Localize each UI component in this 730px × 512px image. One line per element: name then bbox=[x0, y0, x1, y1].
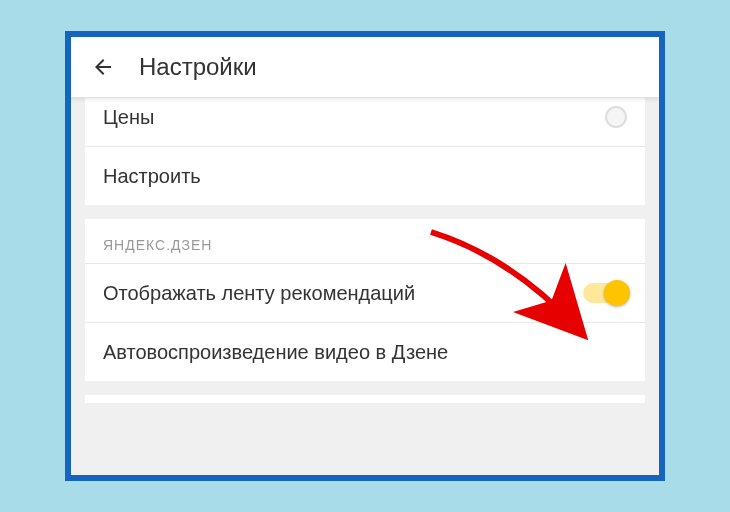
toggle-show-feed[interactable] bbox=[583, 283, 627, 303]
section-general: Цены Настроить bbox=[85, 98, 645, 205]
page-title: Настройки bbox=[139, 53, 257, 81]
header-bar: Настройки bbox=[71, 37, 659, 98]
content-area: Цены Настроить ЯНДЕКС.ДЗЕН Отображать ле… bbox=[71, 98, 659, 476]
row-label: Автовоспроизведение видео в Дзене bbox=[103, 339, 448, 365]
row-label: Отображать ленту рекомендаций bbox=[103, 280, 415, 306]
row-label: Настроить bbox=[103, 163, 201, 189]
row-autoplay[interactable]: Автовоспроизведение видео в Дзене bbox=[85, 323, 645, 381]
row-show-feed[interactable]: Отображать ленту рекомендаций bbox=[85, 264, 645, 323]
row-configure[interactable]: Настроить bbox=[85, 147, 645, 205]
back-arrow-icon[interactable] bbox=[91, 55, 115, 79]
section-header-zen: ЯНДЕКС.ДЗЕН bbox=[85, 219, 645, 264]
row-prices[interactable]: Цены bbox=[85, 98, 645, 147]
app-frame: Настройки Цены Настроить ЯНДЕКС.ДЗЕН Ото… bbox=[65, 31, 665, 481]
toggle-disabled-icon bbox=[605, 106, 627, 128]
row-label: Цены bbox=[103, 104, 154, 130]
toggle-knob-icon bbox=[604, 280, 630, 306]
section-zen: ЯНДЕКС.ДЗЕН Отображать ленту рекомендаци… bbox=[85, 219, 645, 381]
section-peek bbox=[85, 395, 645, 403]
